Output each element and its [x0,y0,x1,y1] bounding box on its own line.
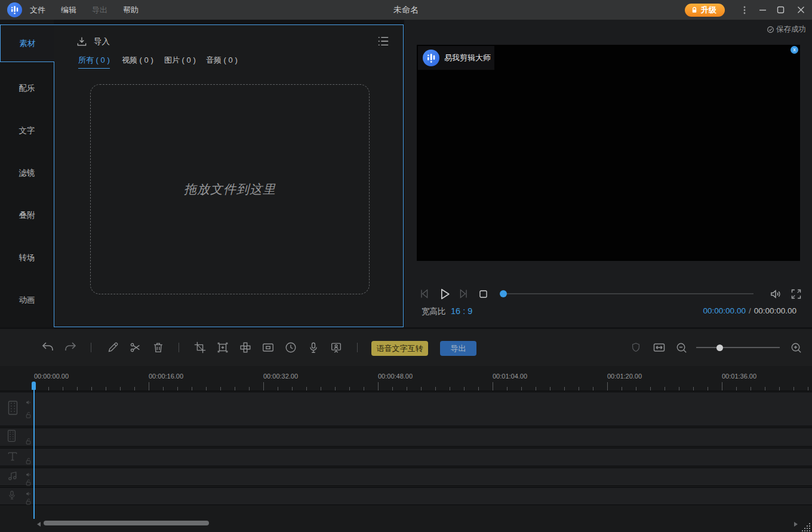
text-track[interactable] [0,448,812,466]
crop-button[interactable] [191,339,209,356]
scroll-right-button[interactable] [794,522,798,527]
horizontal-scrollbar[interactable] [44,521,209,525]
timeline-toolbar: 语音文字互转 导出 [0,329,812,366]
media-tab-image[interactable]: 图片 ( 0 ) [164,55,196,68]
music-track[interactable] [0,468,812,486]
maximize-button[interactable] [771,0,789,20]
fullscreen-icon [790,288,802,300]
volume-icon [769,287,783,301]
timeline-ruler[interactable]: 00:00:00.00 00:00:16.00 00:00:32.00 00:0… [0,368,812,391]
menu-file[interactable]: 文件 [22,0,53,20]
freeze-frame-button[interactable] [214,339,232,356]
close-icon [797,6,805,14]
ruler-minor-tick [636,387,636,390]
track-volume-icon[interactable] [25,398,32,408]
edit-button[interactable] [104,339,122,356]
presenter-icon [330,341,343,354]
undo-button[interactable] [39,339,57,356]
speech-text-convert-button[interactable]: 语音文字互转 [371,341,428,356]
resize-grip[interactable] [802,523,811,532]
sidebar-item-media[interactable]: 素材 [0,24,54,62]
sidebar-item-music[interactable]: 配乐 [0,81,54,96]
media-tab-audio[interactable]: 音频 ( 0 ) [206,55,238,68]
record-screen-button[interactable] [327,339,345,356]
sidebar-item-transition[interactable]: 转场 [0,250,54,266]
close-button[interactable] [789,0,812,20]
previous-frame-button[interactable] [417,286,432,302]
marker-button[interactable] [627,339,645,356]
track-lock-icon[interactable] [25,437,32,448]
playhead-line [33,389,35,519]
mosaic-button[interactable] [236,339,254,356]
export-button[interactable]: 导出 [440,341,476,356]
file-dropzone[interactable]: 拖放文件到这里 [90,84,370,294]
ruler-minor-tick [550,387,550,390]
redo-button[interactable] [61,339,79,356]
ruler-minor-tick [779,387,780,390]
delete-button[interactable] [149,339,167,356]
pip-button[interactable] [259,339,277,356]
seek-handle[interactable] [500,290,507,297]
ruler-label: 00:00:32.00 [263,373,298,380]
ruler-label: 00:00:48.00 [378,373,413,380]
playhead-handle[interactable] [32,382,36,390]
menu-edit[interactable]: 编辑 [53,0,84,20]
sidebar-item-filter[interactable]: 滤镜 [0,165,54,181]
sidebar-item-text[interactable]: 文字 [0,123,54,139]
aspect-ratio-value[interactable]: 16 : 9 [451,306,472,316]
stop-button[interactable] [475,286,491,302]
fit-timeline-button[interactable] [650,339,668,356]
fullscreen-button[interactable] [788,286,804,302]
minimize-button[interactable] [753,0,771,20]
zoom-out-button[interactable] [672,339,690,356]
shield-icon [630,342,642,353]
seek-bar[interactable] [503,293,753,294]
freeze-frame-icon [216,341,229,354]
upgrade-button[interactable]: 升级 [685,4,725,17]
sidebar-item-animation[interactable]: 动画 [0,293,54,308]
sidebar: 配乐 文字 滤镜 叠附 转场 动画 [0,20,54,327]
timeline: 00:00:00.00 00:00:16.00 00:00:32.00 00:0… [0,366,812,532]
remove-watermark-button[interactable]: x [791,46,798,54]
menu-help[interactable]: 帮助 [115,0,146,20]
more-menu-button[interactable] [736,0,753,20]
scroll-left-button[interactable] [37,522,41,527]
zoom-in-button[interactable] [787,339,805,356]
voiceover-button[interactable] [304,339,322,356]
next-frame-button[interactable] [456,286,471,302]
media-panel: 导入 所有 ( 0 ) 视频 ( 0 ) 图片 ( 0 ) 音频 ( 0 ) 拖… [54,24,404,327]
ruler-major-tick [378,382,379,390]
play-button[interactable] [436,286,452,302]
voiceover-track-icon [7,489,17,503]
ruler-minor-tick [564,387,565,390]
import-button[interactable]: 导入 [76,36,110,48]
ruler-minor-tick [693,387,694,390]
ruler-minor-tick [192,387,192,390]
ruler-minor-tick [335,387,336,390]
mosaic-icon [239,341,252,354]
ruler-minor-tick [134,387,135,390]
video-track[interactable] [0,392,812,426]
ruler-minor-tick [48,387,49,390]
volume-button[interactable] [768,286,783,302]
video-track-icon [7,400,19,418]
ruler-major-tick [493,382,493,390]
media-tab-video[interactable]: 视频 ( 0 ) [122,55,153,68]
ruler-minor-tick [736,387,737,390]
media-tab-all[interactable]: 所有 ( 0 ) [78,55,110,69]
timeline-zoom-slider[interactable] [696,347,780,348]
duration-button[interactable] [282,339,300,356]
ruler-label: 00:01:20.00 [607,373,642,380]
voiceover-track[interactable] [0,487,812,505]
list-view-button[interactable] [377,35,390,50]
overlay-video-track[interactable] [0,428,812,447]
ruler-label: 00:01:04.00 [493,373,527,380]
timeline-zoom-handle[interactable] [716,345,723,351]
track-lock-icon[interactable] [25,411,32,422]
sidebar-item-overlay[interactable]: 叠附 [0,208,54,223]
ruler-minor-tick [306,387,307,390]
track-lock-icon[interactable] [25,457,32,468]
split-button[interactable] [127,339,144,356]
ruler-minor-tick [392,387,393,390]
track-lock-icon[interactable] [25,497,32,508]
